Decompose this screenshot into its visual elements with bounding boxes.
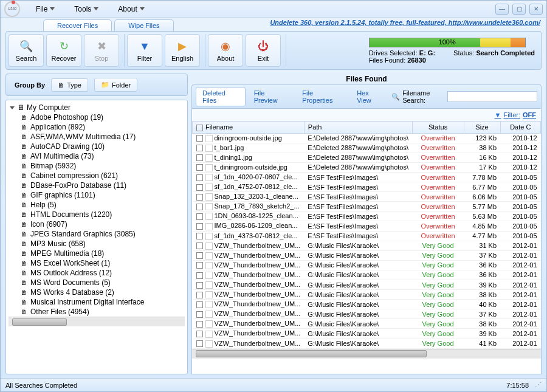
row-checkbox[interactable]	[196, 262, 203, 269]
table-row[interactable]: t_diningroom-outside.jpgE:\Deleted 2887\…	[193, 162, 541, 172]
tree-item[interactable]: 🗎 Other Files (4954)	[9, 307, 185, 317]
category-tree[interactable]: 🖥 My Computer 🗎 Adobe Photoshop (19)🗎 Ap…	[5, 100, 188, 374]
version-link[interactable]: Undelete 360, version 2.1.5.24, totally …	[270, 19, 540, 26]
tree-item[interactable]: 🗎 MPEG Multimedia (18)	[9, 249, 185, 258]
col-filename[interactable]: Filename	[193, 122, 304, 134]
table-row[interactable]: VZW_Thunderboltnew_UM...G:\Music Files\K…	[193, 309, 541, 319]
tab-wipe-files[interactable]: Wipe Files	[114, 19, 173, 31]
tree-item[interactable]: 🗎 HTML Documents (1220)	[9, 210, 185, 219]
table-row[interactable]: VZW_Thunderboltnew_UM...G:\Music Files\K…	[193, 280, 541, 290]
table-row[interactable]: VZW_Thunderboltnew_UM...G:\Music Files\K…	[193, 300, 541, 309]
table-row[interactable]: VZW_Thunderboltnew_UM...G:\Music Files\K…	[193, 250, 541, 260]
row-checkbox[interactable]	[196, 154, 203, 161]
row-checkbox[interactable]	[196, 174, 203, 181]
tree-item[interactable]: 🗎 MS Word Documents (5)	[9, 278, 185, 287]
table-row[interactable]: 1DN_0693-08-1225_clean...E:\SF TestFiles…	[193, 211, 541, 221]
table-row[interactable]: VZW_Thunderboltnew_UM...G:\Music Files\K…	[193, 339, 541, 348]
table-row[interactable]: VZW_Thunderboltnew_UM...G:\Music Files\K…	[193, 290, 541, 300]
menu-tools[interactable]: Tools	[64, 2, 108, 16]
row-checkbox[interactable]	[196, 321, 203, 328]
about-button[interactable]: ◉About	[208, 34, 243, 67]
table-row[interactable]: t_bar1.jpgE:\Deleted 2887\www\img\photos…	[193, 143, 541, 153]
tree-item[interactable]: 🗎 JPEG Standard Graphics (3085)	[9, 229, 185, 239]
exit-button[interactable]: ⏻Exit	[246, 34, 281, 67]
row-checkbox[interactable]	[196, 282, 203, 289]
table-row[interactable]: VZW_Thunderboltnew_UM...G:\Music Files\K…	[193, 260, 541, 270]
tree-item[interactable]: 🗎 Help (5)	[9, 200, 185, 210]
row-checkbox[interactable]	[196, 233, 203, 239]
tree-item[interactable]: 🗎 GIF graphics (1101)	[9, 190, 185, 200]
tree-item[interactable]: 🗎 MS Outlook Address (12)	[9, 268, 185, 278]
language-button[interactable]: ▶English	[165, 34, 200, 67]
table-row[interactable]: sf_1dn_4373-07-0812_cle...E:\SF TestFile…	[193, 231, 541, 241]
table-row[interactable]: diningroom-outside.jpgE:\Deleted 2887\ww…	[193, 133, 541, 143]
row-checkbox[interactable]	[196, 213, 203, 220]
row-checkbox[interactable]	[196, 135, 203, 142]
table-row[interactable]: sf_1dn_4752-07-0812_cle...E:\SF TestFile…	[193, 182, 541, 192]
tab-file-preview[interactable]: File Preview	[248, 88, 294, 106]
tree-item[interactable]: 🗎 AutoCAD Drawing (10)	[9, 142, 185, 151]
row-checkbox[interactable]	[196, 223, 203, 230]
groupby-type-button[interactable]: 🗎Type	[51, 78, 88, 92]
table-row[interactable]: Snap_132_3203-1_cleane...E:\SF TestFiles…	[193, 192, 541, 202]
tree-item[interactable]: 🗎 ASF,WMA,WMV Multimedia (17)	[9, 132, 185, 142]
table-row[interactable]: VZW_Thunderboltnew_UM...G:\Music Files\K…	[193, 319, 541, 329]
filter-toggle[interactable]: ▼Filter: OFF	[495, 111, 536, 119]
maximize-button[interactable]: ▢	[512, 4, 526, 15]
row-checkbox[interactable]	[196, 242, 203, 249]
table-row[interactable]: VZW_Thunderboltnew_UM...G:\Music Files\K…	[193, 270, 541, 280]
tree-item[interactable]: 🗎 MS Excel WorkSheet (1)	[9, 258, 185, 268]
tab-hex-view[interactable]: Hex View	[351, 88, 389, 106]
table-row[interactable]: VZW_Thunderboltnew_UM...G:\Music Files\K…	[193, 241, 541, 250]
tree-item[interactable]: 🗎 MS Works 4 Database (2)	[9, 287, 185, 297]
table-row[interactable]: IMG_0286-06-1209_clean...E:\SF TestFiles…	[193, 221, 541, 231]
tree-root[interactable]: 🖥 My Computer	[9, 103, 185, 112]
select-all-checkbox[interactable]	[196, 125, 203, 131]
table-row[interactable]: t_dining1.jpgE:\Deleted 2887\www\img\pho…	[193, 153, 541, 162]
col-status[interactable]: Status	[412, 122, 464, 134]
tree-item[interactable]: 🗎 Application (892)	[9, 122, 185, 132]
tree-item[interactable]: 🗎 Bitmap (5932)	[9, 161, 185, 171]
row-checkbox[interactable]	[196, 331, 203, 337]
search-button[interactable]: 🔍Search	[9, 34, 44, 67]
row-checkbox[interactable]	[196, 145, 203, 151]
menu-about[interactable]: About	[108, 2, 154, 16]
table-hscrollbar[interactable]	[192, 349, 541, 359]
tab-recover-files[interactable]: Recover Files	[43, 19, 112, 31]
tree-hscrollbar[interactable]	[9, 317, 185, 326]
filename-search-input[interactable]	[447, 91, 537, 102]
tree-item[interactable]: 🗎 AVI Multimedia (73)	[9, 151, 185, 161]
table-row[interactable]: sf_1dn_4020-07-0807_cle...E:\SF TestFile…	[193, 172, 541, 182]
row-checkbox[interactable]	[196, 204, 203, 210]
row-checkbox[interactable]	[196, 292, 203, 298]
row-checkbox[interactable]	[196, 311, 203, 318]
row-checkbox[interactable]	[196, 252, 203, 259]
row-checkbox[interactable]	[196, 272, 203, 279]
col-date[interactable]: Date C	[500, 122, 540, 134]
stop-button[interactable]: ✖Stop	[84, 34, 119, 67]
row-checkbox[interactable]	[196, 164, 203, 171]
row-checkbox[interactable]	[196, 184, 203, 191]
tree-item[interactable]: 🗎 Adobe Photoshop (19)	[9, 112, 185, 122]
col-size[interactable]: Size	[464, 122, 500, 134]
tree-item[interactable]: 🗎 Cabinet compression (621)	[9, 171, 185, 181]
minimize-button[interactable]: —	[495, 4, 509, 15]
tab-deleted-files[interactable]: Deleted Files	[196, 87, 246, 106]
table-row[interactable]: Snap_178_7893_sketch2_...E:\SF TestFiles…	[193, 202, 541, 211]
close-button[interactable]: ✕	[529, 4, 543, 15]
row-checkbox[interactable]	[196, 194, 203, 201]
row-checkbox[interactable]	[196, 340, 203, 347]
tab-file-properties[interactable]: File Properties	[296, 88, 348, 106]
recover-button[interactable]: ↻Recover	[46, 34, 81, 67]
col-path[interactable]: Path	[304, 122, 412, 134]
groupby-folder-button[interactable]: 📁Folder	[94, 78, 137, 92]
row-checkbox[interactable]	[196, 301, 203, 308]
tree-item[interactable]: 🗎 Icon (6907)	[9, 219, 185, 229]
tree-item[interactable]: 🗎 Musical Instrument Digital Interface	[9, 297, 185, 307]
filter-button[interactable]: ▼Filter	[127, 34, 162, 67]
tree-item[interactable]: 🗎 DBase-FoxPro Database (11)	[9, 181, 185, 190]
tree-item[interactable]: 🗎 MP3 Music (658)	[9, 239, 185, 249]
table-row[interactable]: VZW_Thunderboltnew_UM...G:\Music Files\K…	[193, 329, 541, 339]
resize-grip-icon[interactable]: ⋰	[535, 381, 542, 389]
menu-file[interactable]: File	[26, 2, 64, 16]
